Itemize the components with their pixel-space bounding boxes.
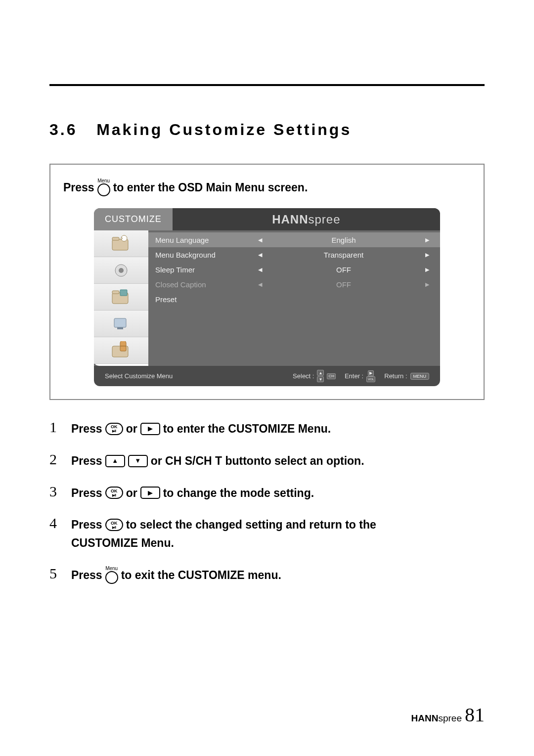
osd-category-icon xyxy=(94,337,148,364)
osd-icon-column xyxy=(94,230,148,366)
press-text: Press xyxy=(71,452,102,470)
up-icon: ▲ xyxy=(317,370,324,376)
left-arrow-icon: ◀ xyxy=(254,281,266,288)
right-arrow-icon: ▶ xyxy=(421,237,433,243)
osd-row-label: Closed Caption xyxy=(155,280,254,289)
ok-button-icon: OK▶II xyxy=(105,487,123,499)
menu-icon: MENU xyxy=(410,373,430,380)
press-text: Press xyxy=(71,516,102,534)
down-icon: ▼ xyxy=(317,376,324,382)
osd-category-icon xyxy=(94,284,148,311)
osd-status: Select Customize Menu xyxy=(105,372,284,380)
osd-row: Menu Language ◀ English ▶ xyxy=(148,232,440,247)
left-arrow-icon: ◀ xyxy=(254,267,266,273)
step-tail: to enter the CUSTOMIZE Menu. xyxy=(163,420,331,438)
right-arrow-icon: ▶ xyxy=(421,252,433,258)
ok-button-icon: OK▶II xyxy=(105,423,123,435)
osd-hint-return: Return : MENU xyxy=(384,372,429,380)
vol-icon: VOL xyxy=(366,376,375,382)
step-tail: to exit the CUSTOMIZE menu. xyxy=(121,566,281,584)
right-button-icon: ▶ xyxy=(140,423,160,435)
step-tail: or CH S/CH T buttonto select an option. xyxy=(151,452,364,470)
step-number: 3 xyxy=(49,484,62,499)
svg-rect-7 xyxy=(120,290,127,296)
osd-row-label: Sleep Timer xyxy=(155,266,254,274)
brand-thin: spree xyxy=(308,213,340,226)
osd-category-icon xyxy=(94,311,148,337)
osd-row-label: Menu Language xyxy=(155,236,254,244)
intro-line: Press Menu to enter the OSD Main Menu sc… xyxy=(63,178,471,196)
step-tail: to select the changed setting and return… xyxy=(126,516,376,534)
top-rule xyxy=(49,84,485,86)
section-number: 3.6 xyxy=(49,121,77,138)
osd-header: CUSTOMIZE HANNspree xyxy=(94,208,440,230)
right-arrow-icon: ▶ xyxy=(421,267,433,273)
right-button-icon: ▶ xyxy=(140,487,160,499)
svg-rect-8 xyxy=(114,318,126,327)
osd-row: Closed Caption ◀ OFF ▶ xyxy=(148,277,440,292)
osd-category-icon xyxy=(94,230,148,257)
osd-row-value: OFF xyxy=(266,280,421,289)
step-number: 4 xyxy=(49,516,62,531)
hint-label: Enter : xyxy=(345,372,363,380)
step-number: 5 xyxy=(49,566,62,581)
step: 5 Press Menu to exit the CUSTOMIZE menu. xyxy=(49,566,485,584)
svg-rect-1 xyxy=(112,237,119,240)
brand-bold: HANN xyxy=(272,213,308,226)
left-arrow-icon: ◀ xyxy=(254,237,266,243)
step-number: 1 xyxy=(49,420,62,435)
section-heading: Making Customize Settings xyxy=(96,121,352,138)
osd-hint-select: Select : ▲ ▼ CH xyxy=(293,370,336,382)
osd-row-label: Preset xyxy=(155,295,254,304)
menu-button-label: Menu xyxy=(97,178,110,183)
footer-brand-thin: spree xyxy=(438,713,462,723)
osd-category-icon xyxy=(94,257,148,284)
hint-label: Return : xyxy=(384,372,407,380)
page-number: 81 xyxy=(465,703,485,726)
up-button-icon: ▲ xyxy=(105,455,125,467)
intro-tail: to enter the OSD Main Menu screen. xyxy=(113,181,308,194)
footer-brand-bold: HANN xyxy=(411,713,439,723)
step: 2 Press ▲ ▼ or CH S/CH T buttonto select… xyxy=(49,452,485,470)
osd-row-label: Menu Background xyxy=(155,251,254,259)
right-arrow-icon: ▶ xyxy=(421,281,433,288)
menu-button-icon: Menu xyxy=(97,178,110,196)
osd-brand: HANNspree xyxy=(173,208,440,230)
step-tail-b: CUSTOMIZE Menu. xyxy=(71,534,485,552)
page-footer: HANNspree 81 xyxy=(411,703,485,726)
osd-hint-enter: Enter : ▶ VOL xyxy=(345,370,375,382)
press-label: Press xyxy=(63,181,94,194)
osd-row: Preset xyxy=(148,292,440,307)
step: 3 Press OK▶II or ▶ to change the mode se… xyxy=(49,484,485,502)
osd-row-value: Transparent xyxy=(266,251,421,259)
osd-row: Sleep Timer ◀ OFF ▶ xyxy=(148,262,440,277)
press-text: Press xyxy=(71,484,102,502)
press-text: Press xyxy=(71,420,102,438)
section-title: 3.6 Making Customize Settings xyxy=(49,121,485,139)
circle-icon xyxy=(105,571,118,584)
osd-row-value: OFF xyxy=(266,266,421,274)
step-tail: to change the mode setting. xyxy=(163,484,314,502)
svg-point-4 xyxy=(119,268,124,273)
ok-button-icon: OK▶II xyxy=(105,519,123,531)
circle-icon xyxy=(97,183,110,196)
svg-rect-11 xyxy=(120,346,126,351)
osd-row: Menu Background ◀ Transparent ▶ xyxy=(148,247,440,262)
or-text: or xyxy=(126,420,137,438)
step: 1 Press OK▶II or ▶ to enter the CUSTOMIZ… xyxy=(49,420,485,438)
menu-button-icon: Menu xyxy=(105,566,118,584)
ch-icon: CH xyxy=(327,373,336,379)
svg-rect-6 xyxy=(112,291,119,294)
osd-tab: CUSTOMIZE xyxy=(94,208,173,230)
right-icon: ▶ xyxy=(368,370,374,376)
svg-point-2 xyxy=(121,235,127,241)
osd-list: Menu Language ◀ English ▶ Menu Backgroun… xyxy=(148,230,440,366)
osd-screenshot: CUSTOMIZE HANNspree xyxy=(94,208,440,386)
svg-rect-9 xyxy=(117,327,123,329)
step: 4 Press OK▶II to select the changed sett… xyxy=(49,516,485,552)
menu-button-label: Menu xyxy=(105,566,118,571)
step-number: 2 xyxy=(49,452,62,467)
press-text: Press xyxy=(71,566,102,584)
osd-body: Menu Language ◀ English ▶ Menu Backgroun… xyxy=(94,230,440,366)
osd-empty-space xyxy=(148,307,440,366)
